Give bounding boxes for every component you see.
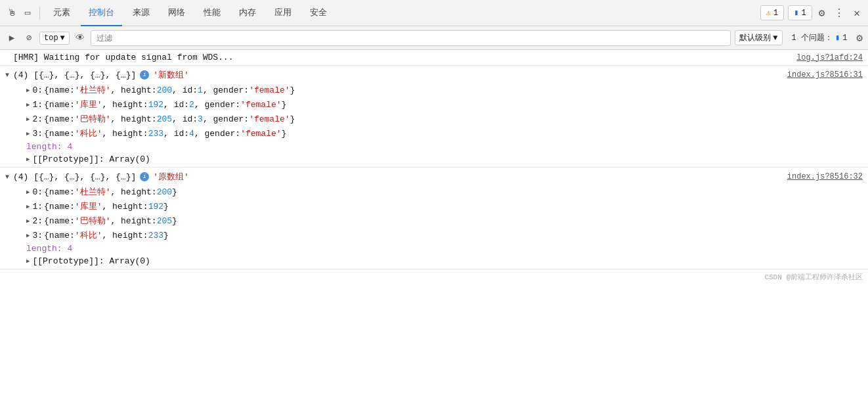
close-icon[interactable]: ✕ (851, 5, 863, 21)
table-row: ▶ 1: {name: '库里', height: 192} (0, 199, 868, 214)
row-triangle[interactable]: ▶ (26, 203, 30, 210)
array-custom-label-2: '原数组' (153, 171, 189, 183)
row-index: 0: (32, 187, 43, 197)
table-row: ▶ 0: {name: '杜兰特', height: 200, id: 1, g… (0, 83, 868, 97)
table-row: ▶ 0: {name: '杜兰特', height: 200} (0, 185, 868, 199)
cursor-icon[interactable]: 🖱 (5, 7, 18, 20)
table-row: ▶ 3: {name: '科比', height: 233} (0, 228, 868, 242)
eye-icon[interactable]: 👁 (74, 32, 87, 45)
collapse-triangle-1[interactable]: ▼ (5, 72, 9, 79)
array-custom-label-1: '新数组' (153, 69, 189, 81)
row-triangle[interactable]: ▶ (26, 87, 30, 94)
prototype-row-1: ▶ [[Prototype]]: Array(0) (0, 153, 868, 166)
prototype-label: [[Prototype]]: Array(0) (32, 256, 150, 266)
array-label-1: (4) [{…}, {…}, {…}, {…}] (13, 70, 136, 80)
row-index: 2: (32, 114, 43, 124)
row-index: 3: (32, 129, 43, 139)
console-toolbar: ▶ ⊘ top ▼ 👁 默认级别 ▼ 1 个问题： ▮ 1 ⚙ (0, 26, 868, 50)
tab-performance[interactable]: 性能 (196, 0, 228, 26)
tab-memory[interactable]: 内存 (231, 0, 264, 26)
tab-elements[interactable]: 元素 (45, 0, 78, 26)
info-badge[interactable]: ▮ 1 (788, 5, 812, 20)
info-icon: ▮ (794, 8, 798, 18)
tab-console[interactable]: 控制台 (81, 0, 122, 26)
hmr-source-link[interactable]: log.js?1afd:24 (796, 53, 863, 62)
length-row-1: length: 4 (0, 141, 868, 153)
prototype-triangle[interactable]: ▶ (26, 156, 30, 163)
array-header-right-2: index.js?8516:32 (787, 172, 863, 181)
prototype-label: [[Prototype]]: Array(0) (32, 154, 150, 164)
tab-application[interactable]: 应用 (267, 0, 299, 26)
info-count: 1 (802, 9, 806, 18)
warn-count: 1 (773, 9, 778, 18)
toolbar-right: ⚠ 1 ▮ 1 ⚙ ⋮ ✕ (760, 5, 863, 21)
array-header-left-2: ▼ (4) [{…}, {…}, {…}, {…}] i '原数组' (5, 171, 189, 183)
warn-badge[interactable]: ⚠ 1 (760, 5, 784, 20)
play-icon[interactable]: ▶ (5, 32, 18, 45)
prototype-triangle[interactable]: ▶ (26, 258, 30, 265)
row-triangle[interactable]: ▶ (26, 116, 30, 123)
row-index: 1: (32, 202, 43, 212)
hmr-text: [HMR] Waiting for update signal from WDS… (13, 53, 233, 62)
hmr-log-line: [HMR] Waiting for update signal from WDS… (0, 50, 868, 66)
array-header-2[interactable]: ▼ (4) [{…}, {…}, {…}, {…}] i '原数组' index… (0, 169, 868, 185)
tab-security[interactable]: 安全 (302, 0, 335, 26)
issues-count: 1 (842, 34, 847, 43)
table-row: ▶ 3: {name: '科比', height: 233, id: 4, ge… (0, 126, 868, 141)
row-index: 3: (32, 231, 43, 240)
tab-sources[interactable]: 来源 (125, 0, 158, 26)
collapse-triangle-2[interactable]: ▼ (5, 173, 9, 181)
array-source-1[interactable]: index.js?8516:31 (787, 70, 863, 80)
tab-network[interactable]: 网络 (160, 0, 193, 26)
row-triangle[interactable]: ▶ (26, 130, 30, 137)
array-label-2: (4) [{…}, {…}, {…}, {…}] (13, 172, 136, 182)
table-row: ▶ 2: {name: '巴特勒', height: 205} (0, 214, 868, 228)
filter-input[interactable] (91, 30, 731, 46)
warn-icon: ⚠ (766, 8, 771, 18)
row-triangle[interactable]: ▶ (26, 217, 30, 225)
row-triangle[interactable]: ▶ (26, 232, 30, 239)
devtools-toolbar: 🖱 ▭ 元素 控制台 来源 网络 性能 内存 应用 安全 ⚠ 1 ▮ 1 ⚙ ⋮… (0, 0, 868, 26)
row-triangle[interactable]: ▶ (26, 101, 30, 108)
level-label: 默认级别 (739, 32, 771, 43)
issues-icon: ▮ (835, 33, 840, 43)
row-index: 1: (32, 100, 43, 110)
array-header-1[interactable]: ▼ (4) [{…}, {…}, {…}, {…}] i '新数组' index… (0, 67, 868, 83)
table-row: ▶ 1: {name: '库里', height: 192, id: 2, ge… (0, 97, 868, 112)
more-icon[interactable]: ⋮ (831, 5, 847, 21)
prototype-row-2: ▶ [[Prototype]]: Array(0) (0, 255, 868, 267)
level-selector[interactable]: 默认级别 ▼ (735, 30, 782, 45)
top-label: top (44, 34, 58, 43)
array-info-icon-1[interactable]: i (140, 70, 149, 80)
table-row: ▶ 2: {name: '巴特勒', height: 205, id: 3, g… (0, 112, 868, 126)
console-settings-icon[interactable]: ⚙ (856, 32, 863, 45)
array-header-left-1: ▼ (4) [{…}, {…}, {…}, {…}] i '新数组' (5, 69, 189, 81)
array-header-right-1: index.js?8516:31 (787, 70, 863, 80)
array-info-icon-2[interactable]: i (140, 172, 149, 181)
row-content: {name: (44, 85, 75, 95)
block-icon[interactable]: ⊘ (22, 32, 35, 45)
issues-section: 1 个问题： ▮ 1 (787, 31, 853, 45)
array-source-2[interactable]: index.js?8516:32 (787, 172, 863, 181)
level-arrow: ▼ (773, 34, 777, 43)
watermark: CSDN @前端工程师许泽杀社区 (0, 269, 868, 285)
array-block-2: ▼ (4) [{…}, {…}, {…}, {…}] i '原数组' index… (0, 168, 868, 269)
array-block-1: ▼ (4) [{…}, {…}, {…}, {…}] i '新数组' index… (0, 66, 868, 168)
context-selector[interactable]: top ▼ (39, 32, 70, 45)
issues-label: 1 个问题： (792, 32, 833, 43)
settings-icon[interactable]: ⚙ (816, 5, 828, 21)
row-triangle[interactable]: ▶ (26, 189, 30, 196)
dropdown-arrow: ▼ (60, 34, 65, 43)
separator (39, 7, 40, 20)
row-index: 0: (32, 85, 43, 95)
console-content: [HMR] Waiting for update signal from WDS… (0, 50, 868, 285)
length-row-2: length: 4 (0, 242, 868, 255)
row-index: 2: (32, 216, 43, 226)
device-icon[interactable]: ▭ (21, 7, 34, 20)
